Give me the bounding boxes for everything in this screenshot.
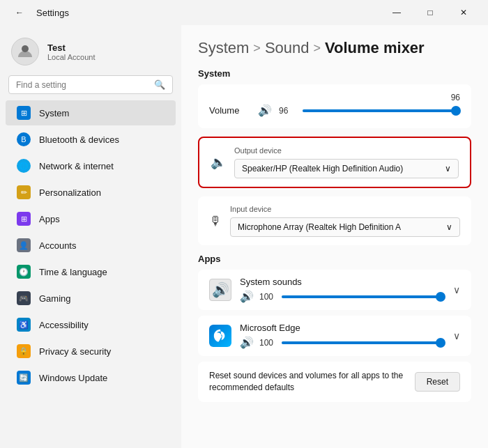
sidebar-item-apps[interactable]: ⊞ Apps	[6, 206, 176, 231]
volume-icon: 🔊	[258, 104, 272, 117]
accounts-icon: 👤	[17, 238, 31, 252]
system-sounds-vol-icon: 🔊	[240, 290, 254, 303]
breadcrumb-sep1: >	[253, 41, 261, 56]
user-info: Test Local Account	[47, 43, 96, 61]
input-device-icon: 🎙	[209, 214, 222, 229]
avatar[interactable]	[11, 38, 39, 65]
volume-number: 96	[209, 93, 460, 102]
sidebar-item-system[interactable]: ⊞ System	[6, 100, 176, 125]
edge-thumb[interactable]	[436, 338, 445, 348]
app-edge-name: Microsoft Edge	[240, 323, 445, 333]
input-device-select[interactable]: Microphone Array (Realtek High Definitio…	[230, 217, 460, 237]
sidebar-label-bluetooth: Bluetooth & devices	[39, 134, 119, 145]
sidebar-label-network: Network & internet	[39, 161, 114, 171]
reset-row: Reset sound devices and volumes for all …	[198, 362, 471, 402]
sidebar-label-gaming: Gaming	[39, 293, 71, 304]
sidebar-item-bluetooth[interactable]: B Bluetooth & devices	[6, 127, 176, 152]
sidebar-label-accessibility: Accessibility	[39, 320, 89, 330]
breadcrumb: System > Sound > Volume mixer	[198, 39, 471, 57]
breadcrumb-sep2: >	[314, 41, 321, 56]
search-input[interactable]	[16, 80, 148, 90]
sidebar-item-accounts[interactable]: 👤 Accounts	[6, 233, 176, 258]
edge-icon	[209, 325, 231, 347]
sidebar-item-privacy[interactable]: 🔒 Privacy & security	[6, 339, 176, 364]
volume-num-display: 96	[279, 106, 296, 116]
app-body: Test Local Account 🔍 ⊞ System B Bluetoot…	[0, 25, 488, 448]
breadcrumb-sound: Sound	[265, 39, 310, 57]
volume-slider[interactable]	[303, 109, 460, 112]
output-device-chevron: ∨	[445, 164, 451, 173]
close-button[interactable]: ✕	[448, 2, 480, 23]
minimize-button[interactable]: —	[381, 2, 413, 23]
sidebar-item-gaming[interactable]: 🎮 Gaming	[6, 286, 176, 311]
titlebar-controls: — □ ✕	[381, 2, 480, 23]
sidebar-label-update: Windows Update	[39, 373, 107, 383]
titlebar-left: ← Settings	[8, 2, 69, 23]
gaming-icon: 🎮	[17, 291, 31, 305]
system-sounds-vol-num: 100	[259, 292, 276, 302]
input-device-box: 🎙 Input device Microphone Array (Realtek…	[198, 196, 471, 245]
volume-slider-thumb[interactable]	[451, 106, 461, 116]
bluetooth-icon: B	[17, 132, 31, 146]
system-section-title: System	[198, 68, 471, 79]
edge-fill	[282, 341, 445, 344]
sidebar-item-time[interactable]: 🕐 Time & language	[6, 259, 176, 284]
reset-button[interactable]: Reset	[415, 372, 460, 392]
system-sounds-slider[interactable]	[282, 295, 445, 298]
edge-slider[interactable]	[282, 341, 445, 344]
user-name: Test	[47, 43, 96, 53]
main-content: System > Sound > Volume mixer System 96 …	[181, 25, 488, 448]
edge-vol-num: 100	[259, 338, 276, 348]
maximize-button[interactable]: □	[414, 2, 446, 23]
back-icon: ←	[15, 8, 24, 17]
volume-slider-fill	[303, 109, 454, 112]
update-icon: 🔄	[17, 371, 31, 385]
output-device-info: Output device Speaker/HP (Realtek High D…	[234, 146, 459, 178]
sidebar-item-update[interactable]: 🔄 Windows Update	[6, 365, 176, 390]
accessibility-icon: ♿	[17, 318, 31, 332]
system-icon: ⊞	[17, 106, 31, 120]
apps-icon: ⊞	[17, 212, 31, 226]
breadcrumb-current: Volume mixer	[325, 39, 425, 57]
volume-label: Volume	[209, 105, 251, 116]
user-section: Test Local Account	[0, 31, 181, 75]
output-device-label: Output device	[234, 146, 459, 155]
sidebar-item-personalization[interactable]: ✏ Personalization	[6, 180, 176, 205]
app-edge-vol-row: 🔊 100	[240, 336, 445, 349]
sidebar-label-system: System	[39, 108, 69, 118]
sidebar-label-time: Time & language	[39, 267, 107, 277]
sidebar-item-accessibility[interactable]: ♿ Accessibility	[6, 312, 176, 337]
app-item-system-sounds: 🔊 System sounds 🔊 100 ∨	[198, 270, 471, 310]
edge-vol-icon: 🔊	[240, 336, 254, 349]
breadcrumb-system: System	[198, 39, 249, 57]
sidebar-item-network[interactable]: 🌐 Network & internet	[6, 153, 176, 178]
output-device-box: 🔈 Output device Speaker/HP (Realtek High…	[198, 137, 471, 188]
edge-expand[interactable]: ∨	[453, 330, 460, 341]
app-edge-detail: Microsoft Edge 🔊 100	[240, 323, 445, 349]
output-device-select[interactable]: Speaker/HP (Realtek High Definition Audi…	[234, 159, 459, 178]
sidebar-label-apps: Apps	[39, 214, 60, 224]
personalization-icon: ✏	[17, 185, 31, 199]
search-box[interactable]: 🔍	[8, 75, 173, 94]
user-account: Local Account	[47, 53, 96, 61]
sidebar-label-accounts: Accounts	[39, 240, 76, 251]
app-edge-row: Microsoft Edge 🔊 100 ∨	[209, 323, 460, 349]
app-system-sounds-name: System sounds	[240, 277, 445, 287]
volume-row: Volume 🔊 96	[209, 104, 460, 117]
input-device-selected: Microphone Array (Realtek High Definitio…	[238, 222, 401, 232]
system-sounds-thumb[interactable]	[436, 292, 445, 302]
system-sounds-expand[interactable]: ∨	[453, 284, 460, 295]
system-sounds-fill	[282, 295, 445, 298]
output-device-selected: Speaker/HP (Realtek High Definition Audi…	[242, 164, 403, 173]
back-button[interactable]: ←	[8, 2, 31, 23]
time-icon: 🕐	[17, 265, 31, 279]
sidebar-label-personalization: Personalization	[39, 187, 101, 198]
app-system-sounds-vol-row: 🔊 100	[240, 290, 445, 303]
sidebar-label-privacy: Privacy & security	[39, 346, 111, 357]
titlebar-title: Settings	[36, 8, 69, 18]
app-system-sounds-row: 🔊 System sounds 🔊 100 ∨	[209, 277, 460, 303]
apps-section-title: Apps	[198, 254, 471, 264]
app-item-edge: Microsoft Edge 🔊 100 ∨	[198, 316, 471, 356]
app-system-sounds-detail: System sounds 🔊 100	[240, 277, 445, 303]
apps-section: Apps 🔊 System sounds 🔊 100	[198, 254, 471, 356]
